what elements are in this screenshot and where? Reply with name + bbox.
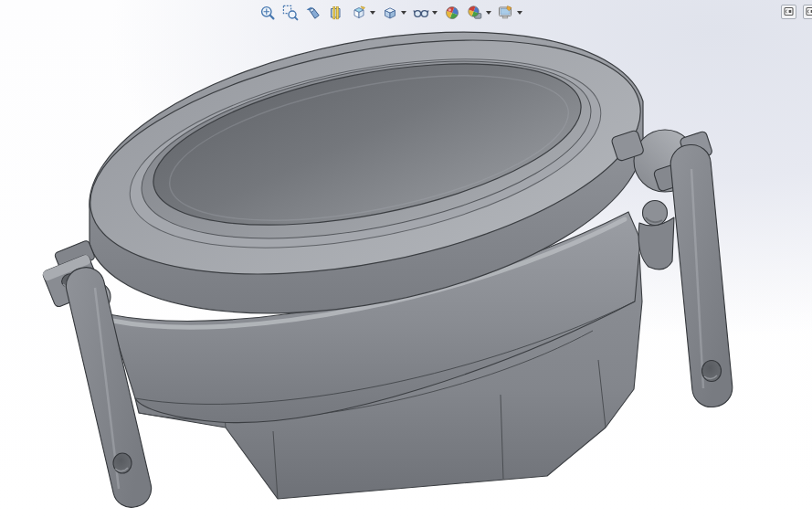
section-view-button[interactable] [326, 3, 346, 22]
dropdown-arrow-icon[interactable] [432, 11, 438, 15]
dropdown-arrow-icon[interactable] [401, 11, 406, 15]
dropdown-arrow-icon[interactable] [486, 11, 491, 15]
previous-view-icon [305, 5, 322, 21]
apply-scene-button[interactable] [465, 3, 493, 22]
zoom-fit-icon [259, 5, 276, 21]
apply-scene-icon [467, 5, 483, 21]
zoom-to-area-button[interactable] [280, 3, 301, 22]
dropdown-arrow-icon[interactable] [517, 11, 522, 15]
heads-up-view-toolbar [258, 2, 524, 23]
zoom-area-icon [282, 5, 299, 21]
pane-icon [806, 5, 812, 19]
corner-pane-buttons [781, 5, 812, 19]
pane-toggle-1-button[interactable] [781, 5, 796, 19]
pane-icon [784, 5, 794, 19]
view-orientation-button[interactable] [349, 3, 377, 22]
view-settings-button[interactable] [496, 3, 524, 22]
hide-show-items-button[interactable] [411, 3, 439, 22]
zoom-to-fit-button[interactable] [258, 3, 278, 22]
dropdown-arrow-icon[interactable] [370, 11, 375, 15]
display-style-icon [382, 5, 398, 21]
view-orientation-icon [351, 5, 367, 21]
display-style-button[interactable] [380, 3, 408, 22]
3d-model-camlock-coupling[interactable] [0, 0, 812, 518]
edit-appearance-button[interactable] [442, 3, 462, 22]
pane-toggle-2-button[interactable] [803, 5, 812, 19]
graphics-area[interactable] [0, 0, 812, 518]
previous-view-button[interactable] [303, 3, 323, 22]
section-view-icon [328, 5, 344, 21]
hide-show-icon [413, 5, 429, 21]
view-settings-icon [498, 5, 514, 21]
edit-appearance-icon [444, 5, 460, 21]
solidworks-graphics-window: { "app": { "name": "CAD graphics area", … [0, 0, 812, 518]
